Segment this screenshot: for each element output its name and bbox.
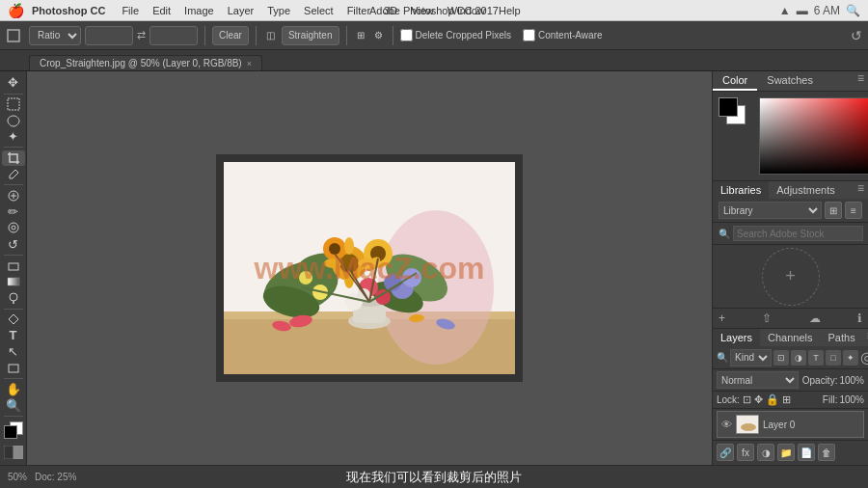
tool-type[interactable]: T [2, 328, 25, 343]
delete-cropped-label[interactable]: Delete Cropped Pixels [400, 29, 512, 41]
tool-shape[interactable] [2, 360, 25, 375]
svg-point-41 [299, 271, 312, 285]
link-layers-icon[interactable]: 🔗 [717, 444, 734, 461]
fg-color-swatch[interactable] [719, 97, 738, 117]
library-add-circle[interactable]: + [762, 248, 820, 306]
tool-history-brush[interactable]: ↺ [2, 236, 25, 252]
swap-icon[interactable]: ⇄ [137, 29, 146, 41]
layers-lock-row: Lock: ⊡ ✥ 🔒 ⊞ Fill: 100% [713, 392, 868, 409]
tab-color[interactable]: Color [713, 71, 757, 91]
color-panel-tabs: Color Swatches ≡ [713, 71, 868, 92]
delete-layer-icon[interactable]: 🗑 [818, 444, 835, 461]
library-select[interactable]: Library [719, 202, 822, 219]
tab-paths[interactable]: Paths [821, 329, 863, 346]
settings-icon[interactable]: ⚙ [371, 30, 386, 41]
layer-visibility-icon[interactable]: 👁 [721, 419, 732, 430]
tool-crop[interactable] [2, 150, 25, 166]
filter-shape-icon[interactable]: □ [826, 350, 841, 366]
opacity-label: Opacity: [802, 375, 838, 386]
library-search-input[interactable] [733, 226, 863, 241]
tool-dodge[interactable] [2, 290, 25, 306]
search-icon[interactable]: 🔍 [846, 4, 860, 17]
tool-eraser[interactable] [2, 258, 25, 274]
filter-toggle[interactable]: ◎ [860, 348, 868, 366]
menu-image[interactable]: Image [177, 3, 221, 18]
clear-button[interactable]: Clear [212, 26, 249, 45]
library-search-footer-icon[interactable]: ⇧ [762, 312, 772, 325]
library-info-icon[interactable]: ℹ [857, 312, 862, 325]
svg-rect-8 [8, 278, 19, 285]
menu-edit[interactable]: Edit [146, 3, 177, 18]
tool-path-select[interactable]: ↖ [2, 344, 25, 360]
library-grid-view[interactable]: ⊞ [825, 202, 842, 219]
tool-hand[interactable]: ✋ [2, 382, 25, 397]
tab-libraries[interactable]: Libraries [713, 181, 769, 199]
tab-swatches[interactable]: Swatches [757, 71, 823, 91]
app-name[interactable]: Photoshop CC [32, 5, 105, 16]
content-aware-label[interactable]: Content-Aware [523, 29, 603, 41]
tool-select-rect[interactable] [2, 96, 25, 112]
main-area: ✥ ✦ ✏ ↺ [0, 71, 868, 465]
layers-kind-select[interactable]: Kind [730, 349, 772, 366]
add-style-icon[interactable]: fx [737, 444, 754, 461]
lock-artboard-icon[interactable]: ⊞ [782, 393, 791, 406]
width-input[interactable] [85, 26, 133, 45]
menu-type[interactable]: Type [260, 3, 297, 18]
reset-icon[interactable]: ↺ [851, 28, 862, 43]
layers-panel-menu-icon[interactable]: ≡ [863, 329, 868, 346]
fill-value[interactable]: 100% [839, 394, 864, 405]
add-mask-icon[interactable]: ◑ [757, 444, 774, 461]
ratio-select[interactable]: Ratio [29, 26, 81, 45]
tool-move[interactable]: ✥ [2, 75, 25, 91]
tool-lasso[interactable] [2, 113, 25, 128]
svg-rect-0 [8, 30, 19, 41]
menu-file[interactable]: File [115, 3, 146, 18]
menu-layer[interactable]: Layer [221, 3, 261, 18]
tab-close-button[interactable]: × [247, 59, 252, 68]
grid-icon[interactable]: ⊞ [354, 30, 367, 41]
svg-point-5 [9, 223, 18, 232]
libraries-panel-menu-icon[interactable]: ≡ [854, 181, 868, 199]
library-list-view[interactable]: ≡ [845, 202, 862, 219]
blend-mode-select[interactable]: Normal [717, 371, 799, 389]
layer-item[interactable]: 👁 Layer 0 [717, 411, 864, 438]
bottom-bar: 50% Doc: 25% 现在我们可以看到裁剪后的照片 [0, 465, 868, 488]
tool-brush[interactable]: ✏ [2, 204, 25, 220]
svg-point-32 [344, 237, 354, 255]
straighten-button[interactable]: Straighten [282, 26, 339, 45]
library-cloud-icon[interactable]: ☁ [809, 312, 821, 325]
foreground-color-swatch[interactable] [4, 425, 17, 439]
tool-clone-stamp[interactable] [2, 220, 25, 235]
content-aware-checkbox[interactable] [523, 29, 535, 41]
quick-mask-icon[interactable] [3, 444, 24, 461]
lock-all-icon[interactable]: 🔒 [766, 393, 779, 406]
color-gradient-picker[interactable] [759, 97, 868, 175]
wifi-icon: ▲ [779, 4, 791, 17]
tool-gradient[interactable] [2, 274, 25, 289]
lock-position-icon[interactable]: ✥ [754, 393, 763, 406]
delete-cropped-checkbox[interactable] [400, 29, 413, 41]
layer-name: Layer 0 [763, 420, 859, 430]
filter-type-icon[interactable]: T [808, 350, 824, 366]
menu-select[interactable]: Select [297, 3, 340, 18]
tool-magic-wand[interactable]: ✦ [2, 129, 25, 145]
filter-smart-icon[interactable]: ✦ [843, 350, 858, 366]
height-input[interactable] [149, 26, 198, 45]
tool-zoom[interactable]: 🔍 [2, 397, 25, 413]
tab-channels[interactable]: Channels [760, 329, 820, 346]
library-add-icon[interactable]: + [719, 312, 725, 325]
tool-spot-heal[interactable] [2, 188, 25, 203]
opacity-value[interactable]: 100% [839, 375, 864, 386]
filter-adjustment-icon[interactable]: ◑ [791, 350, 806, 366]
apple-icon[interactable]: 🍎 [8, 3, 24, 18]
lock-pixel-icon[interactable]: ⊡ [743, 393, 751, 406]
tool-pen[interactable] [2, 312, 25, 327]
tab-adjustments[interactable]: Adjustments [769, 181, 843, 199]
new-group-icon[interactable]: 📁 [777, 444, 795, 461]
filter-pixel-icon[interactable]: ⊡ [773, 350, 789, 366]
color-panel-menu-icon[interactable]: ≡ [854, 71, 868, 91]
document-tab[interactable]: Crop_Straighten.jpg @ 50% (Layer 0, RGB/… [29, 55, 262, 70]
tab-layers[interactable]: Layers [713, 329, 760, 346]
new-layer-icon[interactable]: 📄 [798, 444, 815, 461]
tool-eyedropper[interactable] [2, 167, 25, 182]
